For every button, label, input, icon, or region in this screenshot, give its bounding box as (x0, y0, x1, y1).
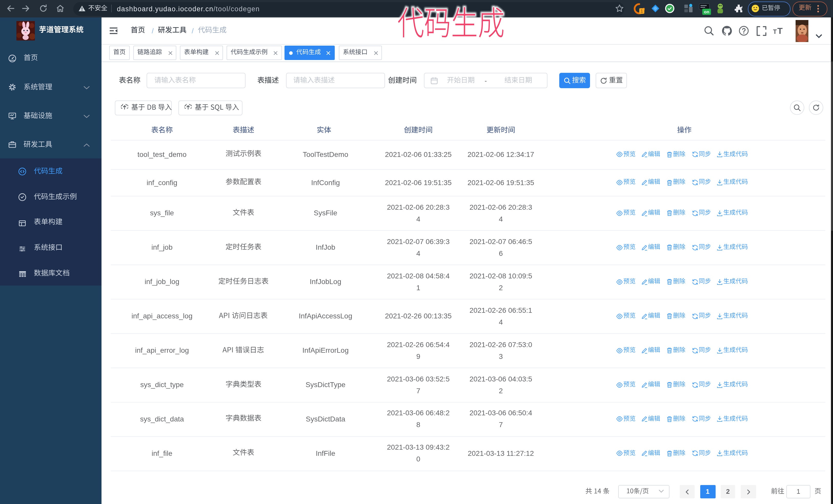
svg-text:on: on (704, 9, 710, 14)
svg-text:1: 1 (641, 9, 643, 13)
